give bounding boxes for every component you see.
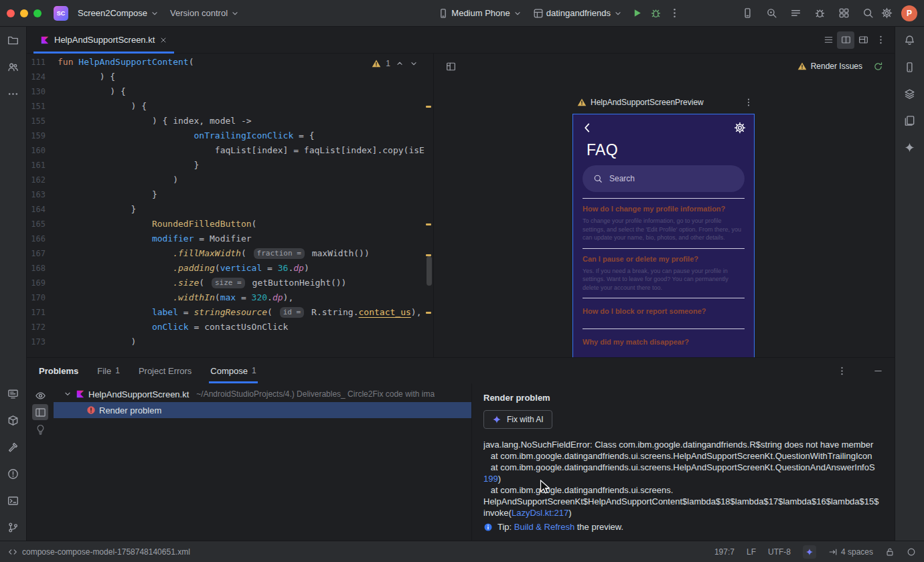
logcat-icon[interactable] (4, 384, 23, 403)
more-tool-windows-icon[interactable] (4, 84, 23, 103)
gear-icon[interactable] (734, 122, 746, 134)
packages-icon[interactable] (4, 411, 23, 430)
build-refresh-link[interactable]: Build & Refresh (514, 522, 574, 532)
code-line[interactable]: 161 } (27, 158, 433, 173)
hide-panel-button[interactable] (869, 362, 887, 379)
settings-button[interactable] (877, 4, 896, 23)
run-button[interactable] (628, 4, 647, 23)
refresh-preview-button[interactable] (869, 58, 887, 75)
code-line[interactable]: 168 .padding(vertical = 36.dp) (27, 261, 433, 276)
code-line[interactable]: 151 ) { (27, 99, 433, 114)
chevron-expanded-icon[interactable] (63, 389, 72, 399)
problems-file-row[interactable]: HelpAndSupportScreen.kt ~/AndroidStudioP… (54, 386, 471, 402)
next-warning-button[interactable] (409, 59, 418, 68)
split-editor-button[interactable] (837, 31, 854, 49)
people-icon[interactable] (4, 58, 23, 76)
write-access-widget[interactable] (885, 547, 895, 557)
terminal-icon[interactable] (4, 491, 23, 510)
render-issues-label[interactable]: Render Issues (811, 62, 862, 71)
panel-tab-project-errors[interactable]: Project Errors (139, 358, 191, 383)
faq-search-bar[interactable]: Search (583, 165, 745, 192)
render-problem-row[interactable]: Render problem (54, 402, 471, 418)
show-preview-button[interactable] (32, 404, 48, 420)
editor-layout-button[interactable] (854, 31, 872, 49)
code-line[interactable]: 165 RoundedFilledButton( (27, 217, 433, 231)
close-window-button[interactable] (7, 9, 15, 17)
panel-tab-problems[interactable]: Problems (39, 358, 78, 383)
code-editor[interactable]: 111fun HelpAndSupportContent(124 ) {130 … (27, 54, 434, 357)
warning-stripe-mark[interactable] (426, 223, 431, 225)
faq-item[interactable]: How do I change my profile information?T… (583, 198, 745, 248)
ai-assistant-status[interactable] (803, 545, 816, 559)
caret-position-widget[interactable]: 197:7 (714, 547, 735, 557)
project-folder-icon[interactable] (4, 31, 23, 50)
device-manager-icon[interactable] (738, 4, 757, 23)
code-line[interactable]: 159 onTrailingIconClick = { (27, 128, 433, 143)
quick-fix-button[interactable] (32, 421, 48, 437)
code-line[interactable]: 162 ) (27, 173, 433, 187)
user-avatar[interactable]: P (901, 5, 917, 21)
device-explorer-icon[interactable] (901, 84, 919, 103)
run-configuration-selector[interactable]: datingandfriends (528, 4, 628, 23)
debug-button[interactable] (647, 4, 666, 23)
code-line[interactable]: 160 faqList[index] = faqList[index].copy… (27, 143, 433, 158)
background-tasks-widget[interactable] (907, 547, 916, 557)
panel-tab-compose[interactable]: Compose1 (210, 358, 256, 383)
app-inspection-icon[interactable] (762, 4, 781, 23)
app-quality-icon[interactable] (810, 4, 829, 23)
notifications-icon[interactable] (901, 31, 919, 50)
more-actions-button[interactable] (666, 4, 684, 23)
line-separator-widget[interactable]: LF (747, 547, 756, 557)
running-devices-icon[interactable] (901, 58, 919, 76)
faq-item[interactable]: How do I block or report someone? (583, 298, 745, 329)
zoom-window-button[interactable] (33, 9, 42, 17)
version-control-menu[interactable]: Version control (165, 4, 245, 23)
device-selector[interactable]: Medium Phone (433, 4, 527, 23)
code-line[interactable]: 172 onClick = contactUsOnClick (27, 320, 433, 335)
search-everywhere-button[interactable] (858, 4, 877, 23)
code-line[interactable]: 169 .size( size = getButtonHeight()) (27, 276, 433, 290)
warning-stripe-mark[interactable] (426, 312, 431, 314)
stack-trace-link[interactable]: LazyDsl.kt:217 (512, 508, 568, 518)
assistant-icon[interactable] (901, 111, 919, 130)
previous-warning-button[interactable] (395, 59, 404, 68)
code-line[interactable]: 130 ) { (27, 84, 433, 99)
editor-more-button[interactable] (872, 31, 889, 49)
stack-trace-link[interactable]: 199 (483, 474, 498, 484)
minimize-window-button[interactable] (20, 9, 28, 17)
resource-manager-icon[interactable] (834, 4, 853, 23)
code-line[interactable]: 155 ) { index, model -> (27, 114, 433, 128)
inspections-widget[interactable]: 1 (369, 58, 421, 70)
faq-item[interactable]: Can I pause or delete my profile?Yes. If… (583, 248, 745, 298)
gemini-icon[interactable] (901, 138, 919, 157)
warning-stripe-mark[interactable] (426, 106, 431, 108)
editor-list-button[interactable] (820, 31, 837, 49)
code-line[interactable]: 171 label = stringResource( id = R.strin… (27, 305, 433, 320)
back-icon[interactable] (581, 122, 593, 134)
close-tab-icon[interactable] (159, 36, 167, 44)
code-line[interactable]: 170 .widthIn(max = 320.dp), (27, 290, 433, 305)
version-control-icon[interactable] (4, 518, 23, 537)
fix-with-ai-button[interactable]: Fix with AI (483, 410, 552, 429)
encoding-widget[interactable]: UTF-8 (768, 547, 791, 557)
preview-more-button[interactable] (744, 98, 753, 107)
phone-preview[interactable]: FAQ Search How do I change my profile in… (572, 114, 755, 357)
faq-item[interactable]: Why did my match disappear? (583, 329, 745, 357)
panel-tab-file[interactable]: File1 (97, 358, 120, 383)
code-line[interactable]: 163 } (27, 187, 433, 202)
code-line[interactable]: 166 modifier = Modifier (27, 231, 433, 246)
preview-layout-button[interactable] (442, 58, 459, 75)
view-options-button[interactable] (32, 387, 48, 403)
scrollbar-thumb[interactable] (427, 256, 432, 286)
code-line[interactable]: 164 } (27, 202, 433, 217)
event-log-icon[interactable] (786, 4, 805, 23)
problems-icon[interactable] (4, 464, 23, 483)
code-line[interactable]: 167 .fillMaxWidth( fraction = maxWidth()… (27, 246, 433, 261)
build-icon[interactable] (4, 438, 23, 456)
code-line[interactable]: 124 ) { (27, 70, 433, 84)
code-line[interactable]: 173 ) (27, 335, 433, 349)
editor-scroll-stripe[interactable] (424, 54, 433, 357)
editor-tab[interactable]: HelpAndSupportScreen.kt (33, 27, 174, 53)
indent-widget[interactable]: 4 spaces (828, 547, 873, 557)
project-selector[interactable]: Screen2Compose (72, 4, 165, 23)
